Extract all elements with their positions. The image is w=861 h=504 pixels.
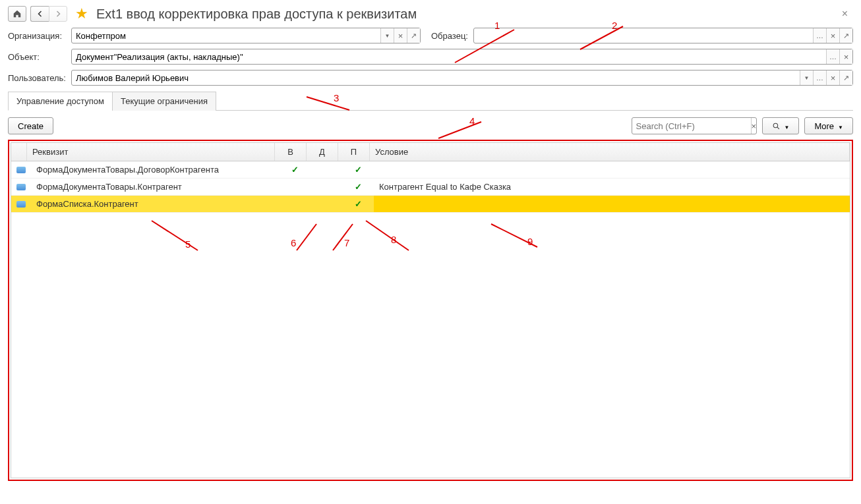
grid: Реквизит В Д П Условие ФормаДокументаТов… <box>11 142 850 478</box>
col-d[interactable]: Д <box>307 143 338 161</box>
more-label: More <box>814 121 834 131</box>
grid-toolbar: Create × More <box>0 111 861 140</box>
cell-p: ✓ <box>342 165 374 175</box>
object-clear-button[interactable] <box>839 49 852 64</box>
col-v[interactable]: В <box>275 143 307 161</box>
home-icon <box>13 9 22 18</box>
col-p[interactable]: П <box>338 143 370 161</box>
sample-input[interactable] <box>474 28 813 43</box>
search-menu-button[interactable] <box>762 117 800 134</box>
form-area: Организация: Образец: Объект: Пользовате… <box>0 28 861 86</box>
annotation-5-label: 5 <box>185 238 191 250</box>
titlebar: ★ Ext1 ввод корректировка прав доступа к… <box>0 0 861 28</box>
sample-clear-button[interactable] <box>826 28 839 43</box>
caret-down-icon <box>837 121 843 131</box>
user-input-wrap <box>71 70 853 86</box>
sample-select-button[interactable] <box>813 28 826 43</box>
row-icon <box>16 184 26 190</box>
page-title: Ext1 ввод корректировка прав доступа к р… <box>96 7 417 22</box>
org-input[interactable] <box>72 28 380 43</box>
annotation-2-label: 2 <box>612 20 617 31</box>
row-icon <box>16 201 26 208</box>
annotation-1-label: 1 <box>494 20 500 31</box>
close-button[interactable]: × <box>837 8 853 20</box>
grid-body[interactable]: ФормаДокументаТовары.ДоговорКонтрагента … <box>11 161 850 478</box>
org-dropdown-button[interactable] <box>380 28 394 43</box>
row-icon <box>16 167 26 173</box>
object-select-button[interactable] <box>826 49 839 64</box>
sample-open-button[interactable] <box>839 28 852 43</box>
cell-v: ✓ <box>279 165 311 175</box>
arrow-right-icon <box>54 10 62 18</box>
org-open-button[interactable] <box>407 28 420 43</box>
grid-header: Реквизит В Д П Условие <box>11 143 850 161</box>
annotation-7-label: 7 <box>344 237 349 248</box>
annotation-6-label: 6 <box>291 237 296 248</box>
col-rekvizit[interactable]: Реквизит <box>27 143 275 161</box>
org-input-wrap <box>71 28 421 43</box>
user-select-button[interactable] <box>813 70 826 85</box>
cell-name: ФормаДокументаТовары.ДоговорКонтрагента <box>31 165 279 175</box>
search-input[interactable] <box>632 118 751 134</box>
user-input[interactable] <box>72 70 800 85</box>
user-open-button[interactable] <box>839 70 852 85</box>
search-wrap: × <box>632 117 757 134</box>
caret-down-icon <box>783 121 790 131</box>
tabs: Управление доступом Текущие ограничения <box>8 91 853 111</box>
cell-name: ФормаДокументаТовары.Контрагент <box>31 182 279 192</box>
user-dropdown-button[interactable] <box>800 70 813 85</box>
object-label: Объект: <box>8 52 69 62</box>
cell-cond: Контрагент Equal to Кафе Сказка <box>374 182 850 192</box>
table-row[interactable]: ФормаДокументаТовары.ДоговорКонтрагента … <box>11 161 850 179</box>
cell-name: ФормаСписка.Контрагент <box>31 199 279 209</box>
annotation-8-label: 8 <box>391 234 396 245</box>
org-clear-button[interactable] <box>394 28 407 43</box>
col-uslovie[interactable]: Условие <box>370 143 850 161</box>
sample-label: Образец: <box>431 31 471 41</box>
arrow-left-icon <box>36 10 44 18</box>
object-input-wrap <box>71 49 853 65</box>
table-row-selected[interactable]: ФормаСписка.Контрагент ✓ <box>11 196 850 213</box>
user-label: Пользователь: <box>8 73 69 83</box>
home-button[interactable] <box>8 6 26 22</box>
back-button[interactable] <box>30 6 49 22</box>
svg-point-0 <box>773 123 778 128</box>
sample-input-wrap <box>473 28 853 43</box>
create-button[interactable]: Create <box>8 117 53 134</box>
table-row[interactable]: ФормаДокументаТовары.Контрагент ✓ Контра… <box>11 179 850 196</box>
cell-cond <box>374 196 850 212</box>
annotation-9-label: 9 <box>527 236 533 247</box>
org-label: Организация: <box>8 31 69 41</box>
annotation-3-label: 3 <box>334 92 339 103</box>
object-input[interactable] <box>72 49 826 64</box>
user-clear-button[interactable] <box>826 70 839 85</box>
cell-p: ✓ <box>342 199 374 209</box>
magnifier-icon <box>772 122 781 130</box>
tab-current-restrictions[interactable]: Текущие ограничения <box>112 92 216 111</box>
cell-p: ✓ <box>342 182 374 192</box>
table-area: Реквизит В Д П Условие ФормаДокументаТов… <box>8 140 853 481</box>
more-button[interactable]: More <box>804 117 853 134</box>
tab-access-control[interactable]: Управление доступом <box>8 92 113 111</box>
annotation-4-label: 4 <box>469 115 475 126</box>
forward-button[interactable] <box>49 6 67 22</box>
star-icon: ★ <box>75 5 88 22</box>
search-clear-button[interactable]: × <box>751 118 757 134</box>
